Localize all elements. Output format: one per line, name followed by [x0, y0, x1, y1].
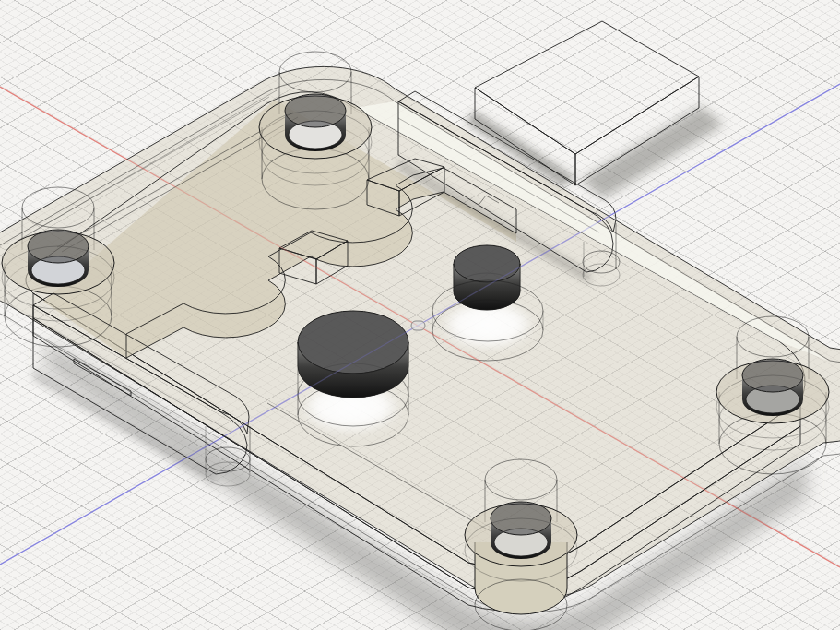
- tab-ground-shadow: [581, 106, 724, 198]
- boss-top-bore[interactable]: [285, 94, 346, 127]
- boss-left-bore[interactable]: [28, 230, 89, 263]
- model-canvas[interactable]: [0, 0, 840, 630]
- boss-bottom-bore[interactable]: [491, 502, 551, 535]
- boss-right-bore[interactable]: [742, 359, 803, 392]
- origin-marker[interactable]: [411, 321, 425, 330]
- cad-viewport[interactable]: [0, 0, 840, 630]
